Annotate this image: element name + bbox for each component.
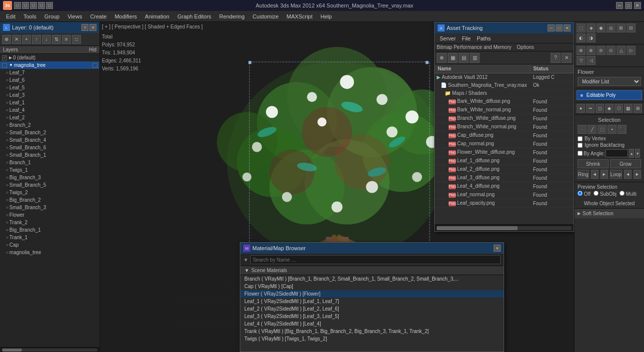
menu-graph-editors[interactable]: Graph Editors (173, 12, 215, 20)
title-btn-1[interactable]: □ (14, 2, 21, 9)
layer-item-branch2[interactable]: ○ Branch_2 (0, 121, 99, 129)
loop-arrow-btn2[interactable]: ► (634, 170, 641, 179)
table-row[interactable]: PNGLeaf_normal.png Found (435, 191, 574, 199)
mod-tool-16[interactable]: ◁ (587, 56, 596, 65)
layer-item-default[interactable]: ✓ ▶ 0 (default) (0, 54, 99, 61)
layer-item-branch1[interactable]: ○ Branch_1 (0, 159, 99, 166)
minimize-btn[interactable]: ─ (616, 2, 623, 9)
close-btn[interactable]: ✕ (634, 2, 641, 9)
asset-tool-help[interactable]: ? (551, 53, 561, 63)
table-row[interactable]: PNGBranch_White_normal.png Found (435, 123, 574, 131)
title-btn-3[interactable]: □ (30, 2, 37, 9)
menu-views[interactable]: Views (63, 12, 86, 20)
table-row[interactable]: PNGCap_diffuse.png Found (435, 131, 574, 140)
layer-tool-2[interactable]: ✕ (12, 35, 21, 44)
layer-item-big-branch3[interactable]: ○ Big_Branch_3 (0, 174, 99, 181)
menu-rendering[interactable]: Rendering (215, 12, 249, 20)
layer-item-twigs2[interactable]: ○ Twigs_2 (0, 189, 99, 196)
mod-tool-11[interactable]: ⊘ (597, 46, 606, 55)
layer-item-big-branch1[interactable]: ○ Big_Branch_1 (0, 226, 99, 234)
mat-item-cap[interactable]: Cap ( VRayMtl ) [Cap] (240, 283, 504, 290)
angle-up-btn[interactable]: ▲ (629, 149, 634, 158)
loop-arrow-btn[interactable]: ◄ (624, 170, 632, 179)
mod-tool-15[interactable]: ▽ (577, 56, 586, 65)
mat-item-leaf2[interactable]: Leaf_2 ( VRay2SidedMtl ) [Leaf_2, Leaf_6… (240, 305, 504, 313)
layer-scrollbar[interactable] (0, 347, 99, 352)
table-row[interactable]: PNGLeaf_4_diffuse.png Found (435, 182, 574, 191)
sel-element-btn[interactable]: ⬛ (618, 125, 627, 134)
layer-tool-7[interactable]: ≡ (62, 35, 71, 44)
mat-item-branch[interactable]: Branch ( VRayMtl ) [Branch_1, Branch_2, … (240, 275, 504, 283)
menu-tools[interactable]: Tools (19, 12, 40, 20)
layer-close-btn[interactable]: ✕ (89, 24, 96, 31)
sel-edge-btn[interactable]: ╱ (588, 125, 597, 134)
mod-tool-7[interactable]: ◐ (577, 33, 586, 42)
table-row[interactable]: PNGBark_White_normal.png Found (435, 106, 574, 114)
sub-tool-5[interactable]: ⬡ (615, 104, 623, 113)
mod-tool-10[interactable]: ⊗ (587, 46, 596, 55)
layer-item-small-branch5[interactable]: ○ Small_Branch_5 (0, 181, 99, 189)
sel-border-btn[interactable]: ⬚ (598, 125, 607, 134)
menu-help[interactable]: Help (317, 12, 336, 20)
layer-item-flower[interactable]: ○ Flower (0, 211, 99, 219)
mat-browser-close-btn[interactable]: ✕ (494, 245, 501, 252)
layer-item-magnolia[interactable]: ▼ magnolia_tree (0, 61, 99, 69)
sel-poly-btn[interactable]: ▪ (608, 125, 617, 134)
asset-close-btn[interactable]: ✕ (564, 24, 571, 31)
preview-multi-radio[interactable] (620, 191, 625, 196)
mod-tool-1[interactable]: ⬚ (577, 23, 586, 32)
title-btn-2[interactable]: □ (22, 2, 29, 9)
mod-tool-12[interactable]: ⊙ (607, 46, 616, 55)
menu-group[interactable]: Group (40, 12, 64, 20)
table-row[interactable]: PNGCap_normal.png Found (435, 140, 574, 148)
asset-menu-paths[interactable]: Paths (474, 34, 494, 42)
layer-item-small-branch2[interactable]: ○ Small_Branch_2 (0, 129, 99, 136)
layer-tool-1[interactable]: ⊕ (2, 35, 11, 44)
angle-down-btn[interactable]: ▼ (635, 149, 640, 158)
asset-scrollbar[interactable] (435, 224, 574, 231)
viewport[interactable]: [ + ] [ Perspective ] [ Shaded + Edged F… (100, 22, 574, 352)
ignore-backfacing-checkbox[interactable] (578, 143, 583, 148)
table-row[interactable]: PNGLeaf_opacity.png Found (435, 199, 574, 208)
menu-create[interactable]: Create (86, 12, 110, 20)
sub-tool-4[interactable]: ◆ (605, 104, 614, 113)
ring-btn[interactable]: Ring (578, 170, 589, 179)
mod-tool-3[interactable]: ◉ (597, 23, 606, 32)
mod-tool-14[interactable]: ▷ (627, 46, 636, 55)
mod-tool-2[interactable]: ◈ (587, 23, 596, 32)
sel-vertex-btn[interactable]: · (578, 125, 587, 134)
asset-minimize-btn[interactable]: ─ (548, 24, 555, 31)
asset-menu-server[interactable]: Server (437, 34, 459, 42)
sub-tool-6[interactable]: ▦ (624, 104, 633, 113)
asset-tool-x[interactable]: ✕ (562, 53, 572, 63)
asset-maximize-btn[interactable]: □ (556, 24, 563, 31)
sub-tool-3[interactable]: ◻ (596, 104, 604, 113)
table-row[interactable]: ▶ Autodesk Vault 2012 Logged C (435, 73, 574, 81)
by-vertex-checkbox[interactable] (578, 136, 583, 141)
ring-arrow-btn[interactable]: ◄ (591, 170, 599, 179)
table-row[interactable]: PNGLeaf_3_diffuse.png Found (435, 174, 574, 182)
layer-tool-5[interactable]: ↓ (42, 35, 51, 44)
asset-tool-2[interactable]: ▦ (448, 53, 458, 63)
mod-tool-13[interactable]: △ (617, 46, 626, 55)
title-btn-4[interactable]: □ (38, 2, 45, 9)
mod-tool-6[interactable]: ⊟ (627, 23, 636, 32)
mat-item-leaf1[interactable]: Leaf_1 ( VRay2SidedMtl ) [Leaf_1, Leaf_7… (240, 298, 504, 305)
mat-item-trank[interactable]: Trank ( VRayMtl ) [Big_Branch_1, Big_Bra… (240, 328, 504, 335)
menu-maxscript[interactable]: MAXScript (283, 12, 317, 20)
layer-item-trank2[interactable]: ○ Trank_2 (0, 219, 99, 226)
layer-item-twigs1[interactable]: ○ Twigs_1 (0, 166, 99, 174)
menu-animation[interactable]: Animation (141, 12, 173, 20)
layer-item-leaf2[interactable]: ○ Leaf_2 (0, 114, 99, 121)
mat-item-leaf3[interactable]: Leaf_3 ( VRay2SidedMtl ) [Leaf_3, Leaf_5… (240, 313, 504, 320)
mat-item-leaf4[interactable]: Leaf_4 ( VRay2SidedMtl ) [Leaf_4] (240, 320, 504, 328)
asset-tool-1[interactable]: ⊕ (437, 53, 447, 63)
modifier-list-dropdown[interactable]: Modifier List (578, 77, 641, 86)
mat-search-input[interactable] (250, 255, 501, 264)
layer-item-leaf3[interactable]: ○ Leaf_3 (0, 91, 99, 99)
maximize-btn[interactable]: □ (625, 2, 632, 9)
sub-tool-2[interactable]: ━ (586, 104, 595, 113)
asset-tool-4[interactable]: ▥ (470, 53, 480, 63)
layer-tool-6[interactable]: ⇅ (52, 35, 61, 44)
mod-tool-8[interactable]: ◑ (587, 33, 596, 42)
